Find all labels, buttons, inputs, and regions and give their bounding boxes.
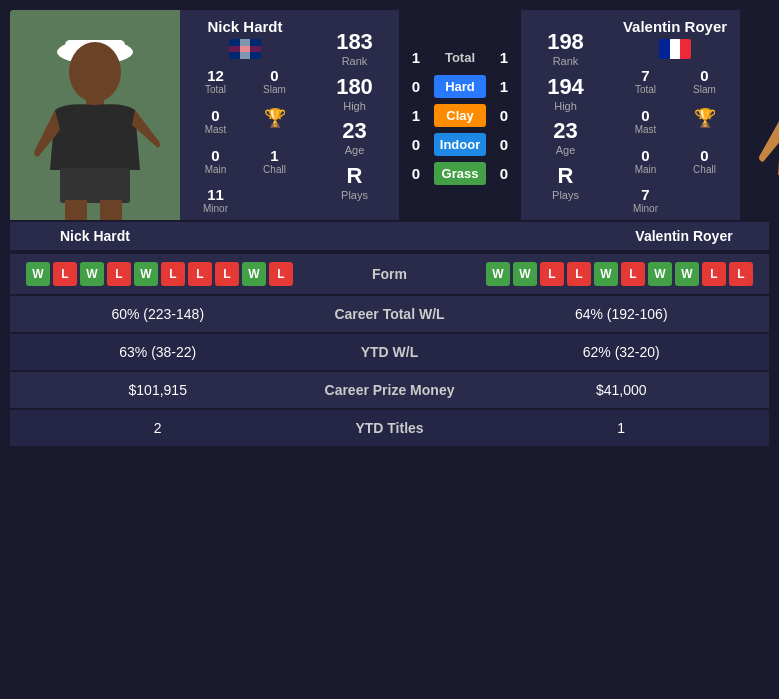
left-mast-stat: 0 Mast [188, 107, 243, 141]
right-mast-stat: 0 Mast [618, 107, 673, 141]
form-badge-l: L [729, 262, 753, 286]
left-player-photo [10, 10, 180, 220]
svg-rect-7 [100, 200, 122, 220]
hard-button[interactable]: Hard [434, 75, 486, 98]
stats-row-0: 60% (223-148) Career Total W/L 64% (192-… [10, 296, 769, 332]
left-age: 23 Age [342, 118, 366, 156]
svg-point-3 [69, 42, 121, 102]
form-badge-w: W [594, 262, 618, 286]
svg-rect-8 [740, 10, 779, 220]
form-badge-l: L [702, 262, 726, 286]
form-badge-l: L [621, 262, 645, 286]
stat-label-0: Career Total W/L [290, 306, 490, 322]
grass-button[interactable]: Grass [434, 162, 486, 185]
form-badge-l: L [161, 262, 185, 286]
stat-left-3: 2 [26, 420, 290, 436]
clay-button[interactable]: Clay [434, 104, 486, 127]
stat-left-1: 63% (38-22) [26, 344, 290, 360]
form-badge-l: L [53, 262, 77, 286]
total-right-score: 1 [492, 49, 516, 66]
right-age: 23 Age [553, 118, 577, 156]
clay-surface-row: 1 Clay 0 [404, 104, 516, 127]
stat-right-0: 64% (192-106) [490, 306, 754, 322]
form-badge-w: W [134, 262, 158, 286]
right-minor-stat: 7 Minor [618, 186, 673, 220]
stats-row-3: 2 YTD Titles 1 [10, 410, 769, 446]
left-rank: 183 Rank [336, 29, 373, 67]
left-total-stat: 12 Total [188, 67, 243, 101]
right-total-stat: 7 Total [618, 67, 673, 101]
stat-left-0: 60% (223-148) [26, 306, 290, 322]
form-badge-l: L [215, 262, 239, 286]
left-high: 180 High [336, 74, 373, 112]
match-center: 1 Total 1 0 Hard 1 1 Clay 0 0 Indoor 0 0 [400, 10, 520, 220]
right-rank: 198 Rank [547, 29, 584, 67]
form-badge-l: L [540, 262, 564, 286]
left-player-flag [188, 39, 302, 59]
form-badge-l: L [188, 262, 212, 286]
form-badge-l: L [107, 262, 131, 286]
left-player-name-header: Nick Hardt [188, 18, 302, 35]
stats-row-2: $101,915 Career Prize Money $41,000 [10, 372, 769, 408]
form-badge-w: W [486, 262, 510, 286]
form-title: Form [372, 266, 407, 282]
stat-right-2: $41,000 [490, 382, 754, 398]
grass-surface-row: 0 Grass 0 [404, 162, 516, 185]
total-label: Total [434, 46, 486, 69]
left-trophy-icon: 🏆 [247, 107, 302, 141]
right-player-photo [740, 10, 779, 220]
right-trophy-icon: 🏆 [677, 107, 732, 141]
svg-rect-6 [65, 200, 87, 220]
right-slam-stat: 0 Slam [677, 67, 732, 101]
stats-row-1: 63% (38-22) YTD W/L 62% (32-20) [10, 334, 769, 370]
left-minor-stat: 11 Minor [188, 186, 243, 220]
left-player-name-bottom: Nick Hardt [10, 222, 180, 250]
total-row: 1 Total 1 [404, 46, 516, 69]
right-chall-stat: 0 Chall [677, 147, 732, 181]
form-badge-w: W [675, 262, 699, 286]
form-badge-w: W [80, 262, 104, 286]
svg-rect-5 [60, 168, 130, 203]
left-plays: R Plays [341, 163, 368, 201]
form-badge-w: W [242, 262, 266, 286]
indoor-button[interactable]: Indoor [434, 133, 486, 156]
form-badge-l: L [269, 262, 293, 286]
right-player-name-header: Valentin Royer [618, 18, 732, 35]
total-left-score: 1 [404, 49, 428, 66]
left-slam-stat: 0 Slam [247, 67, 302, 101]
left-chall-stat: 1 Chall [247, 147, 302, 181]
left-form-badges: WLWLWLLLWL [26, 262, 293, 286]
right-form-badges: WWLLWLWWLL [486, 262, 753, 286]
stat-label-1: YTD W/L [290, 344, 490, 360]
form-badge-w: W [513, 262, 537, 286]
right-player-name-bottom: Valentin Royer [599, 222, 769, 250]
form-badge-l: L [567, 262, 591, 286]
right-high: 194 High [547, 74, 584, 112]
stat-right-1: 62% (32-20) [490, 344, 754, 360]
form-badge-w: W [26, 262, 50, 286]
right-plays: R Plays [552, 163, 579, 201]
indoor-surface-row: 0 Indoor 0 [404, 133, 516, 156]
hard-surface-row: 0 Hard 1 [404, 75, 516, 98]
form-badge-w: W [648, 262, 672, 286]
main-container: Nick Hardt 12 Total 0 Slam [0, 0, 779, 458]
stat-label-2: Career Prize Money [290, 382, 490, 398]
form-section: WLWLWLLLWL Form WWLLWLWWLL [10, 254, 769, 294]
stat-label-3: YTD Titles [290, 420, 490, 436]
stat-right-3: 1 [490, 420, 754, 436]
right-player-flag [618, 39, 732, 59]
stat-left-2: $101,915 [26, 382, 290, 398]
